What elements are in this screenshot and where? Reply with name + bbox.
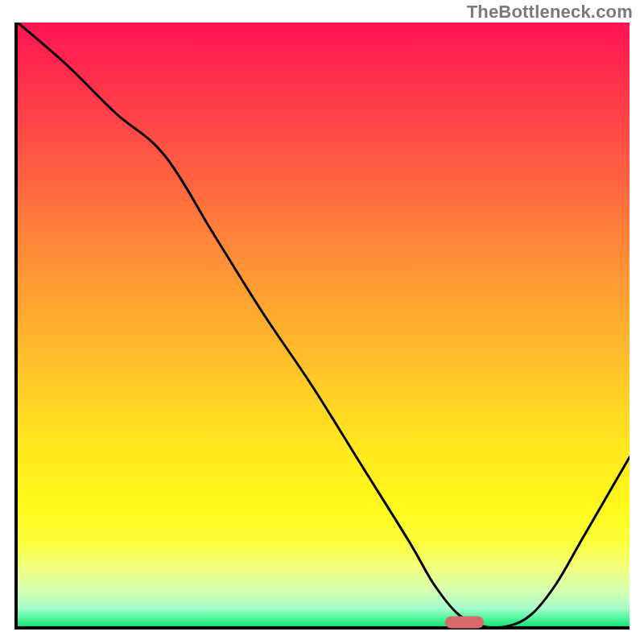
chart-container: TheBottleneck.com: [0, 0, 644, 644]
watermark-text: TheBottleneck.com: [467, 2, 633, 23]
plot-area: [14, 23, 630, 630]
background-gradient: [18, 23, 630, 626]
